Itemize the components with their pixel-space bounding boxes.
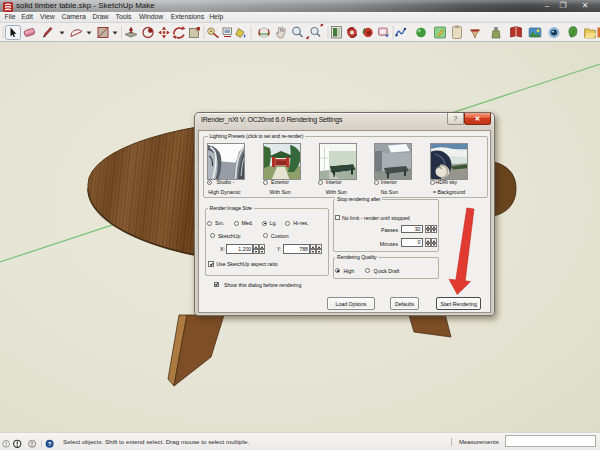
svg-text:?: ?: [48, 441, 52, 447]
